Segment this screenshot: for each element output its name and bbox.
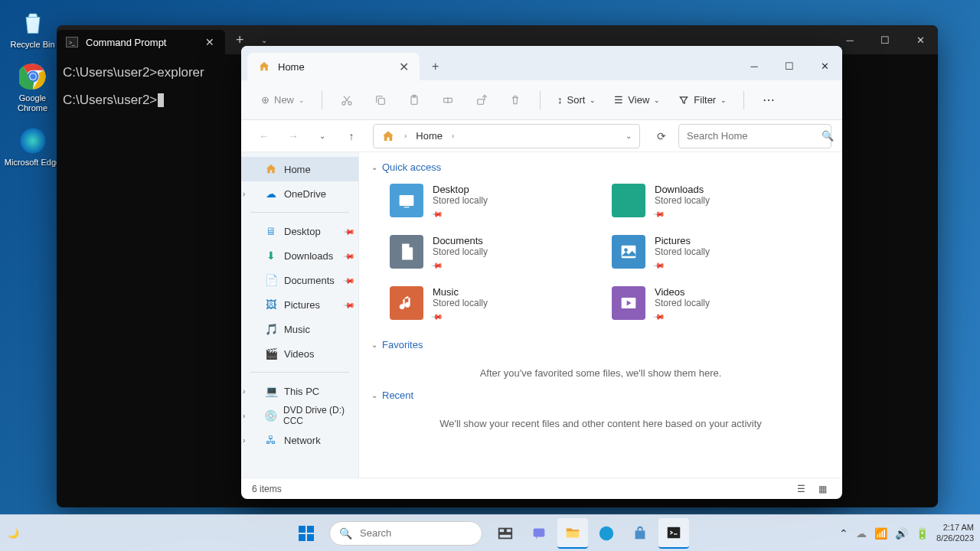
breadcrumb-home[interactable]: Home bbox=[416, 130, 443, 142]
rename-button[interactable] bbox=[434, 86, 462, 114]
cmd-tab[interactable]: >_ Command Prompt ✕ bbox=[57, 30, 225, 54]
section-quick-access[interactable]: ⌄ Quick access bbox=[371, 161, 830, 173]
status-bar: 6 items ☰ ▦ bbox=[241, 478, 842, 499]
back-button[interactable]: ← bbox=[252, 124, 276, 148]
delete-button[interactable] bbox=[501, 86, 529, 114]
weather-icon: 🌙 bbox=[8, 528, 19, 539]
thumbnails-view-button[interactable]: ▦ bbox=[813, 481, 831, 497]
sidebar-item-onedrive[interactable]: › ☁ OneDrive bbox=[241, 181, 358, 206]
system-tray: ⌃ ☁ 📶 🔊 🔋 2:17 AM 8/26/2023 bbox=[839, 523, 974, 543]
recent-locations-button[interactable]: ⌄ bbox=[310, 124, 335, 148]
cmd-tab-close-button[interactable]: ✕ bbox=[202, 36, 217, 48]
explorer-tab-close-button[interactable]: ✕ bbox=[396, 60, 412, 74]
filter-button[interactable]: Filter ⌄ bbox=[672, 91, 733, 109]
taskbar-explorer[interactable] bbox=[557, 518, 588, 549]
svg-rect-12 bbox=[478, 99, 484, 104]
wifi-icon[interactable]: 📶 bbox=[874, 527, 887, 540]
desktop-icons: Recycle Bin Google Chrome Microsoft Edge bbox=[4, 8, 61, 179]
sidebar-item-downloads[interactable]: ⬇ Downloads 📌 bbox=[241, 243, 358, 268]
folder-icon bbox=[612, 286, 645, 320]
svg-rect-13 bbox=[400, 195, 414, 206]
recycle-bin-icon bbox=[18, 8, 48, 38]
expand-icon[interactable]: › bbox=[243, 387, 245, 396]
pin-icon: 📌 bbox=[343, 298, 355, 311]
pin-icon: 📌 bbox=[343, 249, 355, 262]
share-button[interactable] bbox=[468, 86, 495, 114]
chevron-down-icon: ⌄ bbox=[720, 96, 727, 104]
more-button[interactable]: ⋯ bbox=[755, 86, 782, 114]
sidebar-item-pictures[interactable]: 🖼 Pictures 📌 bbox=[241, 292, 358, 317]
section-recent[interactable]: ⌄ Recent bbox=[371, 390, 830, 401]
folder-icon bbox=[390, 286, 423, 320]
pin-icon: 📌 bbox=[653, 310, 665, 322]
expand-icon[interactable]: › bbox=[243, 190, 245, 198]
sidebar-item-music[interactable]: 🎵 Music bbox=[241, 317, 358, 341]
taskbar-search[interactable]: 🔍 bbox=[329, 521, 482, 546]
explorer-maximize-button[interactable]: ☐ bbox=[772, 51, 807, 80]
sidebar-item-desktop[interactable]: 🖥 Desktop 📌 bbox=[241, 219, 358, 243]
desktop-icon-recycle-bin[interactable]: Recycle Bin bbox=[4, 8, 61, 50]
svg-rect-8 bbox=[378, 98, 384, 104]
copy-button[interactable] bbox=[367, 86, 394, 114]
search-box[interactable]: 🔍 bbox=[678, 124, 831, 148]
start-button[interactable] bbox=[291, 518, 322, 549]
section-favorites[interactable]: ⌄ Favorites bbox=[371, 339, 830, 350]
explorer-minimize-button[interactable]: ─ bbox=[737, 51, 772, 80]
expand-icon[interactable]: › bbox=[243, 436, 245, 445]
cmd-maximize-button[interactable]: ☐ bbox=[867, 25, 903, 54]
desktop-icon-chrome[interactable]: Google Chrome bbox=[4, 61, 61, 113]
paste-button[interactable] bbox=[400, 86, 428, 114]
pin-icon: 📌 bbox=[431, 310, 443, 322]
view-button[interactable]: ☰ View ⌄ bbox=[608, 91, 666, 109]
taskbar-store[interactable] bbox=[625, 518, 655, 549]
explorer-titlebar[interactable]: Home ✕ + ─ ☐ ✕ bbox=[241, 46, 842, 80]
quick-item-videos[interactable]: Videos Stored locally 📌 bbox=[607, 282, 814, 327]
taskbar-edge[interactable] bbox=[591, 518, 622, 549]
explorer-new-tab-button[interactable]: + bbox=[420, 53, 451, 80]
onedrive-tray-icon[interactable]: ☁ bbox=[856, 527, 867, 540]
sidebar-item-network[interactable]: › 🖧 Network bbox=[241, 428, 358, 452]
cmd-prompt: C:\Users\user2> bbox=[63, 93, 157, 107]
sidebar-item-thispc[interactable]: › 💻 This PC bbox=[241, 379, 358, 403]
up-button[interactable]: ↑ bbox=[339, 124, 364, 148]
taskbar-terminal[interactable] bbox=[658, 518, 689, 549]
weather-widget[interactable]: 🌙 bbox=[8, 528, 19, 539]
clock[interactable]: 2:17 AM 8/26/2023 bbox=[936, 523, 974, 543]
sort-button[interactable]: ↕ Sort ⌄ bbox=[551, 91, 602, 109]
volume-icon[interactable]: 🔊 bbox=[895, 527, 908, 540]
forward-button[interactable]: → bbox=[281, 124, 305, 148]
details-view-button[interactable]: ☰ bbox=[792, 481, 810, 497]
refresh-button[interactable]: ⟳ bbox=[649, 124, 674, 148]
tray-overflow-button[interactable]: ⌃ bbox=[839, 527, 848, 540]
desktop-icon-edge[interactable]: Microsoft Edge bbox=[4, 126, 61, 168]
address-dropdown-button[interactable]: ⌄ bbox=[626, 132, 632, 140]
explorer-close-button[interactable]: ✕ bbox=[807, 51, 842, 80]
sidebar-item-documents[interactable]: 📄 Documents 📌 bbox=[241, 268, 358, 292]
onedrive-icon: ☁ bbox=[264, 187, 278, 201]
new-button[interactable]: ⊕ New ⌄ bbox=[255, 91, 311, 109]
cmd-close-button[interactable]: ✕ bbox=[903, 25, 938, 54]
cmd-tab-dropdown-button[interactable]: ⌄ bbox=[255, 36, 273, 44]
chevron-down-icon: ⌄ bbox=[371, 391, 377, 399]
quick-item-documents[interactable]: Documents Stored locally 📌 bbox=[385, 230, 592, 276]
battery-icon[interactable]: 🔋 bbox=[916, 527, 929, 540]
search-icon: 🔍 bbox=[822, 130, 834, 142]
taskbar-chat[interactable] bbox=[524, 518, 554, 549]
chevron-down-icon: ⌄ bbox=[371, 341, 377, 349]
svg-point-27 bbox=[599, 526, 613, 540]
taskbar-task-view[interactable] bbox=[490, 518, 521, 549]
quick-item-downloads[interactable]: Downloads Stored locally 📌 bbox=[607, 179, 814, 224]
sidebar-item-videos[interactable]: 🎬 Videos bbox=[241, 341, 358, 366]
address-bar[interactable]: › Home › ⌄ bbox=[373, 124, 640, 148]
quick-item-music[interactable]: Music Stored locally 📌 bbox=[385, 282, 592, 327]
chevron-down-icon: ⌄ bbox=[299, 96, 305, 104]
sidebar-item-dvd[interactable]: › 💿 DVD Drive (D:) CCC bbox=[241, 403, 358, 428]
quick-item-desktop[interactable]: Desktop Stored locally 📌 bbox=[385, 179, 592, 224]
cut-button[interactable] bbox=[333, 86, 361, 114]
explorer-tab[interactable]: Home ✕ bbox=[247, 53, 420, 80]
quick-item-pictures[interactable]: Pictures Stored locally 📌 bbox=[607, 230, 814, 276]
taskbar-search-input[interactable] bbox=[360, 527, 488, 539]
search-input[interactable] bbox=[687, 130, 815, 142]
expand-icon[interactable]: › bbox=[243, 412, 245, 420]
sidebar-item-home[interactable]: Home bbox=[241, 157, 358, 181]
